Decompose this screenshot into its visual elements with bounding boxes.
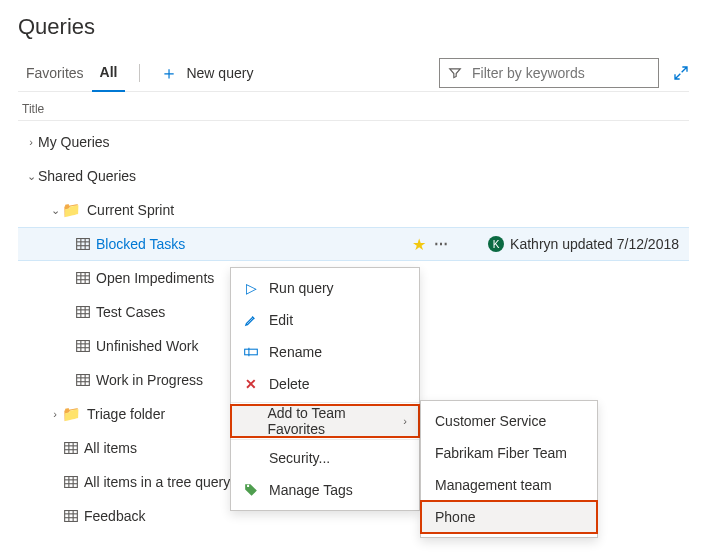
submenu-item-phone[interactable]: Phone xyxy=(421,501,597,533)
svg-rect-5 xyxy=(77,273,90,284)
rename-icon xyxy=(243,346,259,358)
menu-separator xyxy=(231,402,419,403)
query-icon xyxy=(76,374,90,386)
query-item-blocked-tasks[interactable]: Blocked Tasks ★ ⋯ K Kathryn updated 7/12… xyxy=(18,227,689,261)
folder-icon: 📁 xyxy=(62,405,81,423)
filter-input[interactable] xyxy=(470,64,650,82)
updated-text: Kathryn updated 7/12/2018 xyxy=(510,236,679,252)
tab-favorites[interactable]: Favorites xyxy=(18,54,92,92)
play-icon: ▷ xyxy=(243,280,259,296)
chevron-right-icon: › xyxy=(403,415,407,427)
filter-box[interactable] xyxy=(439,58,659,88)
chevron-right-icon: › xyxy=(48,408,62,420)
menu-label: Run query xyxy=(269,280,334,296)
plus-icon: ＋ xyxy=(160,64,178,82)
query-icon xyxy=(76,340,90,352)
svg-rect-0 xyxy=(77,239,90,250)
avatar: K xyxy=(488,236,504,252)
tab-all[interactable]: All xyxy=(92,54,126,92)
new-query-button[interactable]: ＋ New query xyxy=(154,64,259,82)
folder-icon: 📁 xyxy=(62,201,81,219)
svg-rect-35 xyxy=(65,511,78,522)
submenu-team-favorites: Customer Service Fabrikam Fiber Team Man… xyxy=(420,400,598,538)
delete-icon: ✕ xyxy=(243,376,259,392)
menu-security[interactable]: Security... xyxy=(231,442,419,474)
node-label: Triage folder xyxy=(87,406,165,422)
query-label: Open Impediments xyxy=(96,270,214,286)
menu-label: Add to Team Favorites xyxy=(267,405,393,437)
submenu-item-fabrikam[interactable]: Fabrikam Fiber Team xyxy=(421,437,597,469)
filter-icon xyxy=(448,66,462,80)
pencil-icon xyxy=(243,313,259,327)
svg-rect-15 xyxy=(77,341,90,352)
query-icon xyxy=(76,238,90,250)
query-icon xyxy=(64,510,78,522)
new-query-label: New query xyxy=(186,65,253,81)
svg-rect-20 xyxy=(77,375,90,386)
tag-icon xyxy=(243,483,259,497)
menu-add-team-favorites[interactable]: Add to Team Favorites › xyxy=(231,405,419,437)
tree-node-my-queries[interactable]: › My Queries xyxy=(18,125,689,159)
query-label: Unfinished Work xyxy=(96,338,198,354)
menu-run-query[interactable]: ▷ Run query xyxy=(231,272,419,304)
svg-rect-30 xyxy=(65,477,78,488)
toolbar: Favorites All ＋ New query xyxy=(18,54,689,92)
svg-rect-10 xyxy=(77,307,90,318)
tree-node-current-sprint[interactable]: ⌄ 📁 Current Sprint xyxy=(18,193,689,227)
submenu-item-customer-service[interactable]: Customer Service xyxy=(421,405,597,437)
query-label[interactable]: Blocked Tasks xyxy=(96,236,185,252)
submenu-item-management[interactable]: Management team xyxy=(421,469,597,501)
menu-manage-tags[interactable]: Manage Tags xyxy=(231,474,419,506)
node-label: Current Sprint xyxy=(87,202,174,218)
svg-rect-40 xyxy=(245,349,258,355)
submenu-label: Management team xyxy=(435,477,552,493)
query-label: All items in a tree query xyxy=(84,474,230,490)
chevron-down-icon: ⌄ xyxy=(48,204,62,217)
page-title: Queries xyxy=(18,14,689,40)
submenu-label: Fabrikam Fiber Team xyxy=(435,445,567,461)
menu-delete[interactable]: ✕ Delete xyxy=(231,368,419,400)
node-label: Shared Queries xyxy=(38,168,136,184)
more-actions-button[interactable]: ⋯ xyxy=(434,236,450,252)
submenu-label: Customer Service xyxy=(435,413,546,429)
divider xyxy=(139,64,140,82)
menu-rename[interactable]: Rename xyxy=(231,336,419,368)
menu-label: Delete xyxy=(269,376,309,392)
column-header-title: Title xyxy=(18,92,689,121)
query-label: Work in Progress xyxy=(96,372,203,388)
query-label: Feedback xyxy=(84,508,145,524)
menu-label: Rename xyxy=(269,344,322,360)
menu-label: Security... xyxy=(269,450,330,466)
chevron-right-icon: › xyxy=(24,136,38,148)
query-label: Test Cases xyxy=(96,304,165,320)
query-label: All items xyxy=(84,440,137,456)
query-icon xyxy=(76,272,90,284)
menu-label: Edit xyxy=(269,312,293,328)
query-icon xyxy=(64,442,78,454)
tree-node-shared-queries[interactable]: ⌄ Shared Queries xyxy=(18,159,689,193)
menu-label: Manage Tags xyxy=(269,482,353,498)
star-icon[interactable]: ★ xyxy=(412,235,426,254)
query-tree-icon xyxy=(64,476,78,488)
menu-separator xyxy=(231,439,419,440)
query-icon xyxy=(76,306,90,318)
expand-icon[interactable] xyxy=(673,65,689,81)
node-label: My Queries xyxy=(38,134,110,150)
chevron-down-icon: ⌄ xyxy=(24,170,38,183)
menu-edit[interactable]: Edit xyxy=(231,304,419,336)
submenu-label: Phone xyxy=(435,509,475,525)
context-menu: ▷ Run query Edit Rename ✕ Delete Add to … xyxy=(230,267,420,511)
svg-rect-25 xyxy=(65,443,78,454)
